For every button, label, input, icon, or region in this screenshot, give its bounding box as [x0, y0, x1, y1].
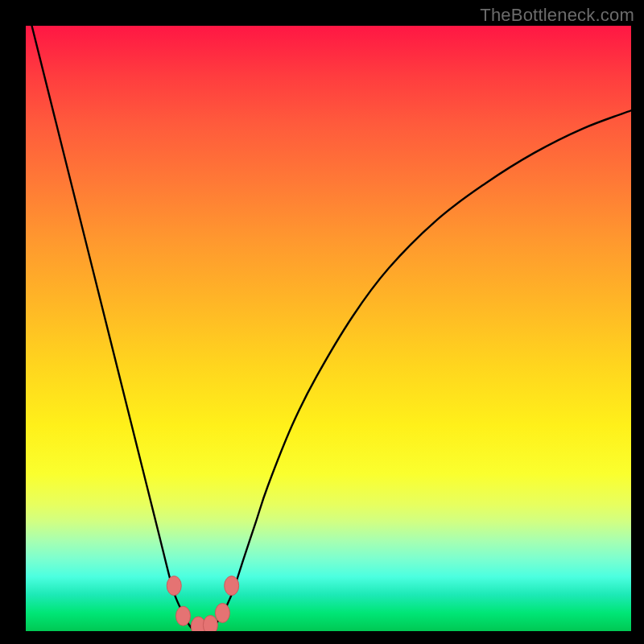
attribution-text: TheBottleneck.com	[480, 5, 634, 26]
curve-marker	[176, 606, 191, 625]
bottleneck-curve	[32, 26, 631, 631]
curve-path	[32, 26, 631, 631]
chart-frame: TheBottleneck.com	[0, 0, 644, 644]
curve-marker	[215, 603, 229, 622]
curve-marker	[225, 576, 239, 596]
curve-marker	[167, 576, 181, 596]
curve-layer	[26, 26, 631, 631]
curve-marker	[203, 615, 217, 631]
plot-area	[26, 26, 631, 631]
